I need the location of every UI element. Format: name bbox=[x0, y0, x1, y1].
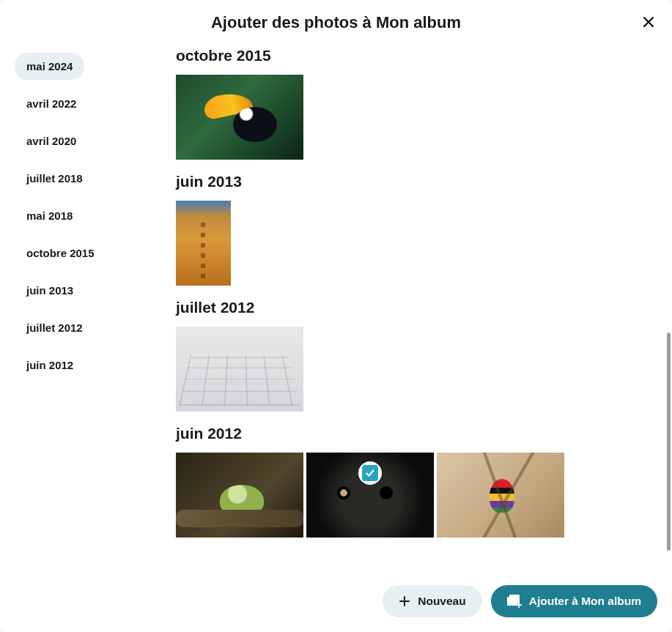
sidebar-item-octobre-2015[interactable]: octobre 2015 bbox=[15, 239, 106, 267]
sidebar-item-mai-2024[interactable]: mai 2024 bbox=[15, 53, 84, 80]
close-icon bbox=[643, 16, 654, 28]
sidebar-item-avril-2020[interactable]: avril 2020 bbox=[15, 127, 88, 155]
scrollbar[interactable] bbox=[667, 47, 671, 566]
photo-grid bbox=[176, 327, 657, 412]
sidebar-item-juillet-2012[interactable]: juillet 2012 bbox=[15, 314, 95, 341]
add-to-album-button[interactable]: Ajouter à Mon album bbox=[491, 585, 657, 617]
photo-image bbox=[176, 453, 303, 538]
photo-image bbox=[437, 453, 564, 538]
photo-grid bbox=[176, 453, 657, 538]
plus-icon bbox=[399, 595, 410, 607]
photo-thumbnail[interactable] bbox=[176, 201, 231, 286]
sidebar-item-juin-2012[interactable]: juin 2012 bbox=[15, 352, 85, 379]
selection-badge bbox=[358, 461, 382, 485]
new-button-label: Nouveau bbox=[418, 595, 465, 608]
sidebar-item-juillet-2018[interactable]: juillet 2018 bbox=[15, 165, 95, 192]
sidebar-item-mai-2018[interactable]: mai 2018 bbox=[15, 202, 84, 229]
photo-grid-area[interactable]: octobre 2015 juin 2013 juillet 2012 bbox=[158, 40, 672, 573]
sidebar-item-avril-2022[interactable]: avril 2022 bbox=[15, 90, 88, 117]
photo-thumbnail[interactable] bbox=[176, 453, 303, 538]
modal-header: Ajouter des photos à Mon album bbox=[0, 0, 672, 40]
new-button[interactable]: Nouveau bbox=[383, 585, 481, 617]
add-to-album-label: Ajouter à Mon album bbox=[529, 595, 641, 608]
group-title: juillet 2012 bbox=[176, 299, 657, 316]
modal-body: mai 2024 avril 2022 avril 2020 juillet 2… bbox=[0, 40, 672, 573]
group-title: juin 2012 bbox=[176, 425, 657, 442]
group-juin-2013: juin 2013 bbox=[176, 173, 657, 286]
photo-grid bbox=[176, 75, 657, 160]
add-to-album-icon bbox=[507, 595, 522, 608]
check-icon bbox=[362, 465, 378, 481]
svg-rect-5 bbox=[509, 595, 520, 603]
scrollbar-thumb[interactable] bbox=[667, 332, 671, 551]
group-title: juin 2013 bbox=[176, 173, 657, 190]
group-octobre-2015: octobre 2015 bbox=[176, 47, 657, 160]
add-photos-modal: Ajouter des photos à Mon album mai 2024 … bbox=[0, 0, 672, 632]
modal-title: Ajouter des photos à Mon album bbox=[0, 13, 672, 32]
photo-grid bbox=[176, 201, 657, 286]
photo-thumbnail[interactable] bbox=[437, 453, 564, 538]
photo-thumbnail-selected[interactable] bbox=[306, 453, 434, 538]
group-juin-2012: juin 2012 bbox=[176, 425, 657, 538]
modal-footer: Nouveau Ajouter à Mon album bbox=[0, 573, 672, 632]
group-title: octobre 2015 bbox=[176, 47, 657, 64]
group-juillet-2012: juillet 2012 bbox=[176, 299, 657, 412]
photo-thumbnail[interactable] bbox=[176, 75, 303, 160]
sidebar-item-juin-2013[interactable]: juin 2013 bbox=[15, 277, 85, 304]
date-sidebar: mai 2024 avril 2022 avril 2020 juillet 2… bbox=[0, 40, 158, 573]
photo-image bbox=[176, 201, 231, 286]
close-button[interactable] bbox=[640, 13, 657, 31]
photo-image bbox=[176, 327, 303, 412]
photo-image bbox=[176, 75, 303, 160]
photo-thumbnail[interactable] bbox=[176, 327, 303, 412]
